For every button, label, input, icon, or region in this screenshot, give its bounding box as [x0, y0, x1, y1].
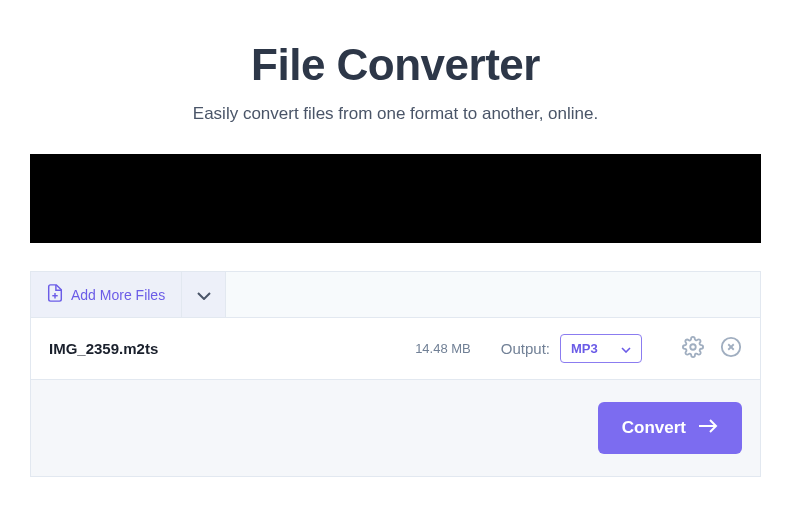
chevron-down-icon [197, 286, 211, 304]
add-more-row: Add More Files [31, 272, 760, 318]
footer-row: Convert [31, 380, 760, 476]
svg-point-2 [690, 344, 696, 350]
settings-button[interactable] [682, 338, 704, 360]
gear-icon [682, 336, 704, 362]
close-circle-icon [720, 336, 742, 362]
convert-button[interactable]: Convert [598, 402, 742, 454]
output-label: Output: [501, 340, 550, 357]
convert-button-label: Convert [622, 418, 686, 438]
file-panel: Add More Files IMG_2359.m2ts 14.48 MB Ou… [30, 271, 761, 477]
page-subtitle: Easily convert files from one format to … [30, 104, 761, 124]
remove-file-button[interactable] [720, 338, 742, 360]
add-more-files-label: Add More Files [71, 287, 165, 303]
output-format-select[interactable]: MP3 [560, 334, 642, 363]
page-title: File Converter [30, 40, 761, 90]
arrow-right-icon [698, 418, 718, 438]
file-plus-icon [47, 284, 63, 305]
file-name: IMG_2359.m2ts [49, 340, 415, 357]
add-more-files-button[interactable]: Add More Files [31, 272, 182, 317]
chevron-down-icon [621, 341, 631, 356]
file-size: 14.48 MB [415, 341, 471, 356]
file-row: IMG_2359.m2ts 14.48 MB Output: MP3 [31, 318, 760, 380]
ad-banner [30, 154, 761, 243]
add-more-dropdown-button[interactable] [182, 272, 226, 317]
output-format-value: MP3 [571, 341, 598, 356]
